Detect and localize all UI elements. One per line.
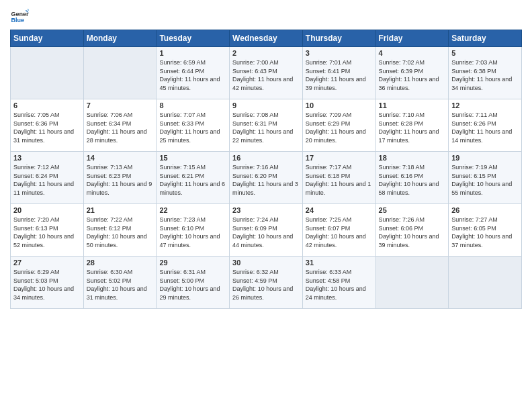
- calendar-cell: 23 Sunrise: 7:24 AMSunset: 6:09 PMDaylig…: [230, 204, 303, 257]
- day-info: Sunrise: 6:59 AMSunset: 6:44 PMDaylight:…: [159, 59, 220, 91]
- calendar-cell: 5 Sunrise: 7:03 AMSunset: 6:38 PMDayligh…: [449, 47, 522, 99]
- day-info: Sunrise: 7:05 AMSunset: 6:36 PMDaylight:…: [13, 111, 74, 144]
- day-number: 18: [379, 154, 446, 162]
- calendar-cell: 7 Sunrise: 7:06 AMSunset: 6:34 PMDayligh…: [83, 99, 157, 152]
- calendar-body: 1 Sunrise: 6:59 AMSunset: 6:44 PMDayligh…: [11, 47, 522, 309]
- day-number: 19: [451, 154, 519, 162]
- calendar-week-row: 13 Sunrise: 7:12 AMSunset: 6:24 PMDaylig…: [11, 152, 522, 204]
- calendar-cell: 21 Sunrise: 7:22 AMSunset: 6:12 PMDaylig…: [83, 204, 157, 257]
- day-info: Sunrise: 7:01 AMSunset: 6:41 PMDaylight:…: [306, 59, 366, 91]
- weekday-header: Monday: [83, 30, 157, 47]
- calendar-cell: 16 Sunrise: 7:16 AMSunset: 6:20 PMDaylig…: [230, 152, 303, 204]
- calendar-cell: 18 Sunrise: 7:18 AMSunset: 6:16 PMDaylig…: [375, 152, 449, 204]
- calendar-table: SundayMondayTuesdayWednesdayThursdayFrid…: [10, 30, 522, 309]
- calendar-cell: 28 Sunrise: 6:30 AMSunset: 5:02 PMDaylig…: [83, 257, 157, 309]
- calendar-cell: 10 Sunrise: 7:09 AMSunset: 6:29 PMDaylig…: [302, 99, 375, 152]
- day-info: Sunrise: 7:13 AMSunset: 6:23 PMDaylight:…: [87, 164, 152, 196]
- day-number: 27: [13, 259, 81, 267]
- day-info: Sunrise: 7:12 AMSunset: 6:24 PMDaylight:…: [13, 164, 74, 196]
- day-number: 11: [379, 101, 446, 109]
- day-number: 21: [87, 206, 154, 214]
- day-info: Sunrise: 7:17 AMSunset: 6:18 PMDaylight:…: [306, 164, 371, 196]
- calendar-week-row: 6 Sunrise: 7:05 AMSunset: 6:36 PMDayligh…: [11, 99, 522, 152]
- day-info: Sunrise: 7:11 AMSunset: 6:26 PMDaylight:…: [451, 111, 512, 144]
- calendar-cell: 11 Sunrise: 7:10 AMSunset: 6:28 PMDaylig…: [375, 99, 449, 152]
- day-number: 23: [232, 206, 300, 214]
- weekday-header: Sunday: [11, 30, 84, 47]
- day-number: 12: [451, 101, 519, 109]
- day-info: Sunrise: 6:30 AMSunset: 5:02 PMDaylight:…: [87, 269, 147, 301]
- calendar-cell: [11, 47, 84, 99]
- calendar-cell: 8 Sunrise: 7:07 AMSunset: 6:33 PMDayligh…: [157, 99, 230, 152]
- calendar-page: General Blue SundayMondayTuesdayWednesda…: [0, 0, 532, 316]
- day-info: Sunrise: 7:07 AMSunset: 6:33 PMDaylight:…: [159, 111, 220, 144]
- calendar-header: General Blue: [10, 7, 522, 26]
- day-number: 26: [451, 206, 519, 214]
- calendar-cell: 4 Sunrise: 7:02 AMSunset: 6:39 PMDayligh…: [375, 47, 449, 99]
- calendar-cell: 17 Sunrise: 7:17 AMSunset: 6:18 PMDaylig…: [302, 152, 375, 204]
- day-number: 4: [379, 49, 446, 57]
- calendar-cell: 15 Sunrise: 7:15 AMSunset: 6:21 PMDaylig…: [157, 152, 230, 204]
- day-info: Sunrise: 6:31 AMSunset: 5:00 PMDaylight:…: [159, 269, 220, 301]
- calendar-cell: 20 Sunrise: 7:20 AMSunset: 6:13 PMDaylig…: [11, 204, 84, 257]
- day-number: 15: [159, 154, 226, 162]
- day-number: 16: [232, 154, 300, 162]
- day-number: 17: [306, 154, 373, 162]
- day-number: 22: [159, 206, 226, 214]
- day-number: 30: [232, 259, 300, 267]
- day-number: 7: [87, 101, 154, 109]
- weekday-header: Friday: [375, 30, 449, 47]
- day-number: 20: [13, 206, 81, 214]
- day-number: 3: [306, 49, 373, 57]
- calendar-cell: 13 Sunrise: 7:12 AMSunset: 6:24 PMDaylig…: [11, 152, 84, 204]
- day-info: Sunrise: 7:18 AMSunset: 6:16 PMDaylight:…: [379, 164, 439, 196]
- day-info: Sunrise: 7:10 AMSunset: 6:28 PMDaylight:…: [379, 111, 439, 144]
- day-info: Sunrise: 7:27 AMSunset: 6:05 PMDaylight:…: [451, 216, 512, 248]
- calendar-cell: 12 Sunrise: 7:11 AMSunset: 6:26 PMDaylig…: [449, 99, 522, 152]
- weekday-header: Saturday: [449, 30, 522, 47]
- calendar-cell: 6 Sunrise: 7:05 AMSunset: 6:36 PMDayligh…: [11, 99, 84, 152]
- svg-text:Blue: Blue: [11, 17, 24, 24]
- day-number: 13: [13, 154, 81, 162]
- weekday-row: SundayMondayTuesdayWednesdayThursdayFrid…: [11, 30, 522, 47]
- day-number: 14: [87, 154, 154, 162]
- day-info: Sunrise: 6:32 AMSunset: 4:59 PMDaylight:…: [232, 269, 293, 301]
- calendar-cell: 30 Sunrise: 6:32 AMSunset: 4:59 PMDaylig…: [230, 257, 303, 309]
- calendar-cell: [449, 257, 522, 309]
- day-number: 28: [87, 259, 154, 267]
- day-info: Sunrise: 7:06 AMSunset: 6:34 PMDaylight:…: [87, 111, 147, 144]
- calendar-header-row: SundayMondayTuesdayWednesdayThursdayFrid…: [11, 30, 522, 47]
- calendar-week-row: 1 Sunrise: 6:59 AMSunset: 6:44 PMDayligh…: [11, 47, 522, 99]
- day-number: 8: [159, 101, 226, 109]
- day-info: Sunrise: 7:16 AMSunset: 6:20 PMDaylight:…: [232, 164, 298, 196]
- day-number: 5: [451, 49, 519, 57]
- day-info: Sunrise: 7:15 AMSunset: 6:21 PMDaylight:…: [159, 164, 225, 196]
- day-info: Sunrise: 7:08 AMSunset: 6:31 PMDaylight:…: [232, 111, 293, 144]
- weekday-header: Thursday: [302, 30, 375, 47]
- day-info: Sunrise: 7:20 AMSunset: 6:13 PMDaylight:…: [13, 216, 74, 248]
- day-info: Sunrise: 7:02 AMSunset: 6:39 PMDaylight:…: [379, 59, 439, 91]
- day-info: Sunrise: 7:25 AMSunset: 6:07 PMDaylight:…: [306, 216, 366, 248]
- calendar-cell: 19 Sunrise: 7:19 AMSunset: 6:15 PMDaylig…: [449, 152, 522, 204]
- calendar-cell: 1 Sunrise: 6:59 AMSunset: 6:44 PMDayligh…: [157, 47, 230, 99]
- calendar-cell: 24 Sunrise: 7:25 AMSunset: 6:07 PMDaylig…: [302, 204, 375, 257]
- day-number: 1: [159, 49, 226, 57]
- calendar-week-row: 27 Sunrise: 6:29 AMSunset: 5:03 PMDaylig…: [11, 257, 522, 309]
- day-info: Sunrise: 7:26 AMSunset: 6:06 PMDaylight:…: [379, 216, 439, 248]
- day-info: Sunrise: 7:09 AMSunset: 6:29 PMDaylight:…: [306, 111, 366, 144]
- calendar-cell: [83, 47, 157, 99]
- day-info: Sunrise: 7:24 AMSunset: 6:09 PMDaylight:…: [232, 216, 293, 248]
- day-info: Sunrise: 7:00 AMSunset: 6:43 PMDaylight:…: [232, 59, 293, 91]
- day-info: Sunrise: 6:29 AMSunset: 5:03 PMDaylight:…: [13, 269, 74, 301]
- day-number: 9: [232, 101, 300, 109]
- calendar-cell: 29 Sunrise: 6:31 AMSunset: 5:00 PMDaylig…: [157, 257, 230, 309]
- logo: General Blue: [10, 7, 32, 26]
- day-info: Sunrise: 7:19 AMSunset: 6:15 PMDaylight:…: [451, 164, 512, 196]
- calendar-cell: [375, 257, 449, 309]
- calendar-cell: 26 Sunrise: 7:27 AMSunset: 6:05 PMDaylig…: [449, 204, 522, 257]
- day-info: Sunrise: 7:03 AMSunset: 6:38 PMDaylight:…: [451, 59, 512, 91]
- day-info: Sunrise: 6:33 AMSunset: 4:58 PMDaylight:…: [306, 269, 366, 301]
- calendar-cell: 27 Sunrise: 6:29 AMSunset: 5:03 PMDaylig…: [11, 257, 84, 309]
- calendar-cell: 22 Sunrise: 7:23 AMSunset: 6:10 PMDaylig…: [157, 204, 230, 257]
- weekday-header: Tuesday: [157, 30, 230, 47]
